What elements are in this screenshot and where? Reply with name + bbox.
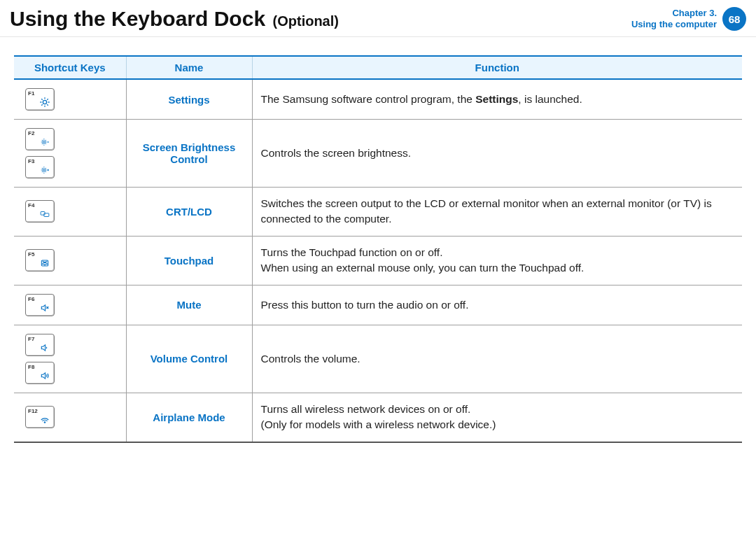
key-label: F2 bbox=[28, 130, 34, 136]
page-header: Using the Keyboard Dock (Optional) Chapt… bbox=[0, 0, 756, 37]
table-row: F5 Touchpad Turns the Touchpad function … bbox=[14, 236, 742, 285]
key-f2: F2 bbox=[25, 128, 55, 150]
page-number-badge: 68 bbox=[722, 7, 746, 31]
chapter-line1: Chapter 3. bbox=[631, 8, 717, 19]
function-text: The Samsung software control program, th… bbox=[261, 93, 476, 105]
table-row: F4 CRT/LCD Switches the screen output to… bbox=[14, 188, 742, 237]
name-cell: Airplane Mode bbox=[126, 393, 252, 442]
touchpad-icon bbox=[38, 258, 51, 269]
settings-icon bbox=[38, 97, 51, 108]
key-f1: F1 bbox=[25, 88, 55, 111]
table-row: F7 F8 Volume Control Controls the volume… bbox=[14, 325, 742, 393]
table-row: F12 Airplane Mode Turns all wireless net… bbox=[14, 393, 742, 442]
name-cell: CRT/LCD bbox=[126, 188, 252, 237]
volume-up-icon bbox=[38, 370, 51, 381]
key-label: F7 bbox=[28, 336, 34, 342]
key-f6: F6 bbox=[25, 294, 55, 316]
key-f5: F5 bbox=[25, 249, 55, 271]
volume-down-icon bbox=[38, 342, 51, 353]
name-cell: Screen Brightness Control bbox=[126, 120, 252, 188]
svg-point-0 bbox=[43, 100, 46, 104]
crt-lcd-icon bbox=[38, 209, 51, 220]
page-subtitle: (Optional) bbox=[273, 13, 339, 29]
header-function: Function bbox=[252, 56, 742, 79]
header-shortcut: Shortcut Keys bbox=[14, 56, 126, 79]
key-label: F4 bbox=[28, 202, 34, 209]
table-row: F1 Settings The Samsung software control… bbox=[14, 79, 742, 120]
table-header-row: Shortcut Keys Name Function bbox=[14, 56, 742, 79]
function-text: Turns the Touchpad function on or off. bbox=[261, 245, 734, 260]
key-f12: F12 bbox=[25, 406, 55, 428]
svg-point-2 bbox=[43, 169, 46, 171]
key-label: F1 bbox=[28, 90, 34, 97]
name-cell: Settings bbox=[126, 79, 252, 120]
table-row: F6 Mute Press this button to turn the au… bbox=[14, 285, 742, 325]
key-label: F5 bbox=[28, 251, 34, 258]
function-cell: The Samsung software control program, th… bbox=[252, 79, 742, 120]
key-label: F3 bbox=[28, 158, 34, 164]
function-cell: Turns all wireless network devices on or… bbox=[252, 393, 742, 442]
header-right: Chapter 3. Using the computer 68 bbox=[631, 7, 746, 31]
key-f3: F3 bbox=[25, 156, 55, 178]
svg-point-1 bbox=[43, 141, 46, 143]
key-label: F6 bbox=[28, 296, 34, 302]
key-label: F12 bbox=[28, 408, 38, 414]
function-bold: Settings bbox=[475, 93, 518, 105]
key-cell: F5 bbox=[14, 236, 126, 285]
function-cell: Turns the Touchpad function on or off. W… bbox=[252, 236, 742, 285]
function-text: Turns all wireless network devices on or… bbox=[261, 402, 734, 417]
key-cell: F7 F8 bbox=[14, 325, 126, 393]
chapter-label: Chapter 3. Using the computer bbox=[631, 8, 717, 29]
key-f7: F7 bbox=[25, 334, 55, 356]
header-name: Name bbox=[126, 56, 252, 79]
key-cell: F4 bbox=[14, 188, 126, 237]
brightness-up-icon bbox=[38, 164, 51, 176]
name-cell: Volume Control bbox=[126, 325, 252, 393]
function-text: (Only for models with a wireless network… bbox=[261, 417, 734, 432]
function-cell: Switches the screen output to the LCD or… bbox=[252, 188, 742, 237]
function-text: When using an external mouse only, you c… bbox=[261, 260, 734, 276]
name-cell: Touchpad bbox=[126, 236, 252, 285]
key-cell: F1 bbox=[14, 79, 126, 120]
key-cell: F12 bbox=[14, 393, 126, 442]
function-cell: Controls the screen brightness. bbox=[252, 120, 742, 188]
content-area: Shortcut Keys Name Function F1 Settings bbox=[0, 37, 756, 443]
mute-icon bbox=[38, 302, 51, 313]
key-cell: F6 bbox=[14, 285, 126, 325]
function-cell: Controls the volume. bbox=[252, 325, 742, 393]
page-title: Using the Keyboard Dock bbox=[10, 7, 265, 30]
function-cell: Press this button to turn the audio on o… bbox=[252, 285, 742, 325]
function-text: , is launched. bbox=[518, 93, 582, 105]
svg-point-6 bbox=[44, 422, 46, 423]
key-cell: F2 F3 bbox=[14, 120, 126, 188]
shortcut-table: Shortcut Keys Name Function F1 Settings bbox=[14, 55, 742, 443]
key-label: F8 bbox=[28, 364, 34, 370]
name-cell: Mute bbox=[126, 285, 252, 325]
key-f8: F8 bbox=[25, 362, 55, 384]
key-f4: F4 bbox=[25, 200, 55, 223]
airplane-icon bbox=[38, 414, 51, 425]
table-row: F2 F3 Screen Brightness Control Controls… bbox=[14, 120, 742, 188]
title-block: Using the Keyboard Dock (Optional) bbox=[10, 7, 339, 31]
brightness-down-icon bbox=[38, 136, 51, 148]
chapter-line2: Using the computer bbox=[631, 19, 717, 30]
